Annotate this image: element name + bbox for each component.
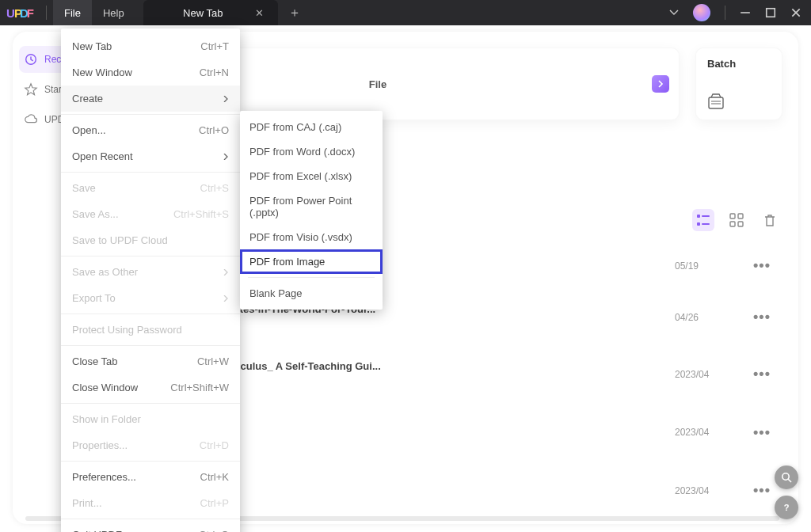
- divider: [725, 6, 725, 20]
- view-grid-button[interactable]: [725, 209, 748, 231]
- arrow-right-icon: [652, 75, 669, 93]
- file-date: 2023/04: [675, 427, 746, 438]
- svg-text:?: ?: [784, 503, 790, 512]
- open-file-label: File: [369, 78, 386, 90]
- menu-separator: [61, 172, 240, 173]
- list-icon: [696, 213, 710, 227]
- window-controls: [669, 0, 811, 25]
- create-pdf-from-excel[interactable]: PDF from Excel (.xlsx): [240, 164, 383, 188]
- menu-open[interactable]: Open...Ctrl+O: [61, 117, 240, 143]
- titlebar: UPDF File Help New Tab ✕ ＋: [0, 0, 811, 25]
- menu-new-window[interactable]: New WindowCtrl+N: [61, 59, 240, 86]
- close-window-icon[interactable]: [790, 7, 801, 18]
- menu-print: Print...Ctrl+P: [61, 490, 240, 516]
- more-icon[interactable]: •••: [746, 257, 778, 274]
- clock-icon: [24, 52, 38, 66]
- help-fab[interactable]: ?: [775, 496, 798, 519]
- chevron-right-icon: [223, 269, 229, 276]
- file-date: 05/19: [675, 260, 746, 272]
- star-icon: [24, 82, 38, 97]
- menu-separator: [61, 519, 240, 519]
- chevron-right-icon: [223, 154, 229, 160]
- grid-icon: [729, 213, 744, 227]
- menu-separator: [61, 256, 240, 256]
- menu-protect: Protect Using Password: [61, 317, 240, 343]
- svg-rect-12: [730, 222, 735, 226]
- scanner-icon: [707, 93, 725, 110]
- file-menu: New TabCtrl+T New WindowCtrl+N Create Op…: [61, 28, 240, 532]
- file-date: 2023/04: [675, 369, 746, 380]
- menu-new-tab[interactable]: New TabCtrl+T: [61, 33, 240, 59]
- app-window: UPDF File Help New Tab ✕ ＋ Rece: [0, 0, 811, 532]
- menu-quit[interactable]: Quit UPDFCtrl+Q: [61, 522, 240, 532]
- tab-title: New Tab: [154, 7, 252, 19]
- delete-button[interactable]: [759, 209, 781, 231]
- search-icon: [781, 472, 792, 483]
- more-icon[interactable]: •••: [746, 309, 778, 325]
- batch-title: Batch: [707, 58, 736, 70]
- fab-stack: ?: [775, 466, 798, 519]
- svg-rect-3: [709, 97, 723, 108]
- menu-separator: [61, 314, 240, 314]
- create-pdf-from-ppt[interactable]: PDF from Power Point (.pptx): [240, 188, 383, 225]
- batch-card[interactable]: Batch: [695, 48, 782, 120]
- create-pdf-from-visio[interactable]: PDF from Visio (.vsdx): [240, 225, 383, 249]
- view-buttons: [692, 209, 781, 231]
- menu-save: SaveCtrl+S: [61, 175, 240, 201]
- create-pdf-from-word[interactable]: PDF from Word (.docx): [240, 139, 383, 164]
- menu-close-window[interactable]: Close WindowCtrl+Shift+W: [61, 374, 240, 401]
- user-avatar[interactable]: [693, 4, 710, 21]
- menu-help[interactable]: Help: [92, 0, 135, 25]
- svg-rect-7: [702, 215, 710, 217]
- app-logo: UPDF: [0, 0, 40, 25]
- menu-save-as: Save As...Ctrl+Shift+S: [61, 201, 240, 227]
- menu-separator: [61, 345, 240, 346]
- create-blank-page[interactable]: Blank Page: [240, 281, 383, 306]
- trash-icon: [763, 213, 777, 227]
- create-submenu: PDF from CAJ (.caj) PDF from Word (.docx…: [240, 111, 383, 310]
- maximize-icon[interactable]: [765, 7, 776, 18]
- menu-file[interactable]: File: [53, 0, 92, 25]
- svg-rect-8: [697, 222, 700, 226]
- tab-current[interactable]: New Tab ✕: [143, 0, 278, 25]
- more-icon[interactable]: •••: [746, 424, 778, 441]
- menu-separator: [61, 461, 240, 462]
- divider: [46, 6, 47, 20]
- add-tab-button[interactable]: ＋: [283, 0, 307, 25]
- menu-save-cloud: Save to UPDF Cloud: [61, 227, 240, 253]
- menu-separator: [61, 114, 240, 115]
- chevron-right-icon: [223, 96, 229, 102]
- menu-separator: [248, 277, 375, 278]
- view-list-button[interactable]: [692, 209, 714, 231]
- create-pdf-from-caj[interactable]: PDF from CAJ (.caj): [240, 115, 383, 139]
- more-icon[interactable]: •••: [746, 482, 778, 499]
- help-icon: ?: [781, 502, 792, 513]
- menu-separator: [61, 403, 240, 404]
- file-date: 04/26: [675, 312, 746, 323]
- close-icon[interactable]: ✕: [252, 6, 267, 21]
- minimize-icon[interactable]: [740, 7, 751, 18]
- file-date: 2023/04: [675, 485, 746, 496]
- search-fab[interactable]: [775, 466, 798, 489]
- menu-preferences[interactable]: Preferences...Ctrl+K: [61, 464, 240, 490]
- cloud-icon: [24, 112, 38, 127]
- menu-open-recent[interactable]: Open Recent: [61, 143, 240, 169]
- more-icon[interactable]: •••: [746, 366, 778, 382]
- menu-properties: Properties...Ctrl+D: [61, 432, 240, 458]
- svg-rect-9: [702, 223, 710, 225]
- svg-rect-11: [738, 214, 743, 218]
- menu-create[interactable]: Create: [61, 86, 240, 112]
- menu-export-to: Export To: [61, 285, 240, 311]
- menu-save-other: Save as Other: [61, 259, 240, 285]
- svg-rect-6: [697, 215, 700, 218]
- svg-point-14: [782, 473, 789, 480]
- svg-rect-13: [738, 222, 743, 226]
- menu-close-tab[interactable]: Close TabCtrl+W: [61, 348, 240, 374]
- svg-line-15: [788, 479, 791, 482]
- create-pdf-from-image[interactable]: PDF from Image: [240, 249, 383, 274]
- chevron-right-icon: [223, 295, 229, 302]
- chevron-down-icon[interactable]: [669, 8, 679, 17]
- svg-rect-1: [767, 9, 775, 17]
- svg-rect-10: [730, 214, 735, 218]
- menu-show-folder: Show in Folder: [61, 406, 240, 432]
